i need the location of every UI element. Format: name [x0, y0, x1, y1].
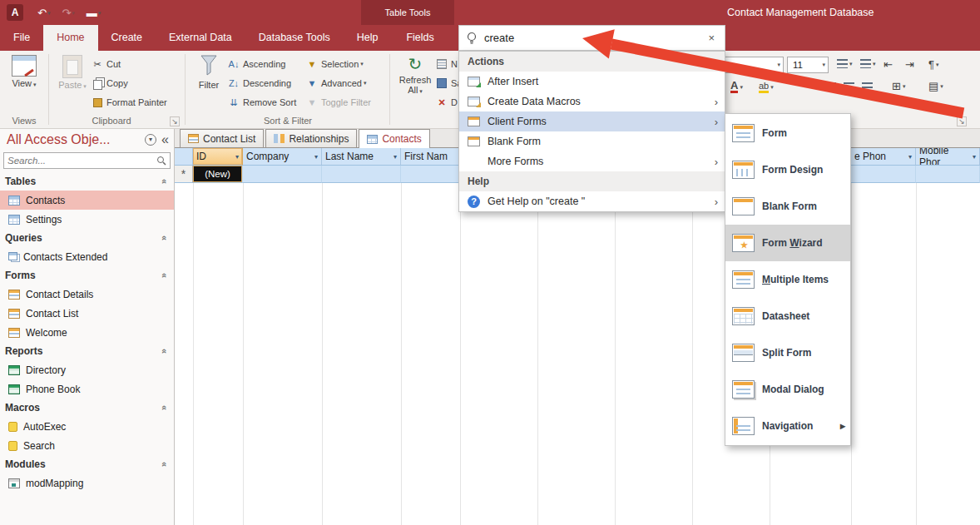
nav-group-forms[interactable]: Forms«	[0, 266, 174, 285]
gridlines-button[interactable]: ⊞▾	[892, 80, 905, 92]
menu-item-create-data-macros[interactable]: Create Data Macros ›	[459, 92, 725, 111]
submenu-item-form[interactable]: Form	[725, 115, 850, 151]
submenu-item-blank-form[interactable]: Blank Form	[725, 188, 850, 225]
nav-item-directory[interactable]: Directory	[0, 360, 174, 379]
font-size-combo[interactable]: 11 ▾	[787, 57, 829, 73]
font-name-combo[interactable]: ▾	[719, 57, 784, 73]
cell-mobile-phone[interactable]	[916, 166, 980, 183]
toggle-filter-button[interactable]: ▼ Toggle Filter	[306, 94, 371, 111]
cell-id-new[interactable]: (New)	[193, 166, 243, 183]
column-dropdown-icon[interactable]: ▾	[908, 153, 912, 161]
descending-button[interactable]: Z↓ Descending	[228, 75, 291, 92]
submenu-item-form-design[interactable]: Form Design	[725, 151, 850, 188]
new-record-button-partial[interactable]: N	[436, 56, 459, 72]
shutter-close-icon[interactable]: «	[161, 132, 169, 147]
header-corner-cell[interactable]	[175, 148, 193, 166]
doc-tab-contacts[interactable]: Contacts	[359, 129, 429, 148]
align-center-button[interactable]	[844, 82, 854, 92]
nav-group-macros[interactable]: Macros«	[0, 399, 174, 417]
redo-icon[interactable]: ↷▾	[62, 7, 74, 19]
view-button[interactable]: View▾	[5, 53, 43, 88]
nav-category-menu-icon[interactable]: ▾	[145, 134, 156, 146]
access-app-icon[interactable]	[7, 4, 23, 21]
menu-item-after-insert[interactable]: After Insert	[459, 72, 725, 92]
tab-file[interactable]: File	[0, 25, 43, 51]
new-row-marker[interactable]: *	[175, 166, 193, 183]
nav-item-contact-list[interactable]: Contact List	[0, 304, 174, 323]
column-dropdown-icon[interactable]: ▾	[973, 153, 976, 161]
cell-first-name[interactable]	[401, 166, 460, 183]
numbering-button[interactable]: ▾	[860, 59, 876, 68]
nav-search-input[interactable]	[7, 156, 156, 166]
nav-item-settings[interactable]: Settings	[0, 210, 174, 229]
cell-home-phone[interactable]	[851, 166, 916, 183]
nav-item-search[interactable]: Search	[0, 436, 174, 455]
decrease-indent-button[interactable]: ⇤	[883, 58, 893, 71]
collapse-chevron-icon[interactable]: «	[160, 462, 170, 467]
advanced-button[interactable]: ▼ Advanced▾	[306, 75, 366, 92]
tab-external-data[interactable]: External Data	[156, 25, 245, 51]
collapse-chevron-icon[interactable]: «	[160, 235, 170, 240]
nav-item-phone-book[interactable]: Phone Book	[0, 379, 174, 399]
column-header-mobile-phone[interactable]: Mobile Phor▾	[916, 148, 980, 166]
collapse-chevron-icon[interactable]: «	[160, 349, 170, 354]
column-dropdown-icon[interactable]: ▾	[235, 153, 239, 161]
copy-button[interactable]: Copy	[92, 75, 128, 92]
customize-quick-access-icon[interactable]: ▬▾	[87, 7, 101, 19]
tab-home[interactable]: Home	[43, 25, 97, 51]
tell-me-search-box[interactable]: ×	[458, 25, 725, 51]
alternate-row-color-button[interactable]: ▤▾	[928, 80, 943, 92]
format-painter-button[interactable]: Format Painter	[92, 94, 167, 111]
submenu-item-datasheet[interactable]: Datasheet	[725, 298, 850, 334]
paragraph-settings-button[interactable]: ¶▾	[928, 58, 939, 71]
text-highlight-button[interactable]: ab▾	[759, 81, 774, 93]
text-formatting-dialog-launcher[interactable]: ↘	[957, 116, 967, 126]
tab-create[interactable]: Create	[98, 25, 156, 51]
filter-button[interactable]: Filter	[191, 53, 226, 90]
column-header-company[interactable]: Company▾	[243, 148, 322, 166]
column-header-first-name[interactable]: First Nam	[401, 148, 460, 166]
doc-tab-contact-list[interactable]: Contact List	[180, 129, 264, 147]
column-header-last-name[interactable]: Last Name▾	[322, 148, 401, 166]
nav-group-queries[interactable]: Queries«	[0, 229, 174, 247]
doc-tab-relationships[interactable]: Relationships	[265, 129, 357, 147]
collapse-chevron-icon[interactable]: «	[160, 179, 170, 184]
cell-last-name[interactable]	[322, 166, 401, 183]
remove-sort-button[interactable]: ⇊ Remove Sort	[228, 94, 296, 111]
tab-help[interactable]: Help	[344, 25, 392, 51]
menu-item-client-forms[interactable]: Client Forms ›	[459, 111, 725, 131]
bullets-button[interactable]: ▾	[837, 59, 853, 68]
delete-record-button-partial[interactable]: ✕ D	[436, 94, 459, 111]
save-record-button-partial[interactable]: Sa	[436, 75, 459, 92]
nav-group-tables[interactable]: Tables«	[0, 172, 174, 191]
tab-database-tools[interactable]: Database Tools	[245, 25, 344, 51]
increase-indent-button[interactable]: ⇥	[905, 58, 914, 71]
submenu-item-split-form[interactable]: Split Form	[725, 334, 850, 371]
align-left-button[interactable]	[825, 82, 836, 92]
collapse-chevron-icon[interactable]: «	[160, 405, 170, 410]
submenu-item-form-wizard[interactable]: Form Wizard	[725, 225, 850, 261]
menu-item-get-help[interactable]: ? Get Help on "create " ›	[459, 191, 725, 211]
ascending-button[interactable]: A↓ Ascending	[228, 56, 285, 72]
column-dropdown-icon[interactable]: ▾	[314, 153, 318, 161]
nav-item-contacts-extended[interactable]: Contacts Extended	[0, 247, 174, 266]
tell-me-search-input[interactable]	[484, 32, 705, 44]
cut-button[interactable]: ✂ Cut	[92, 56, 121, 72]
tab-fields[interactable]: Fields	[393, 25, 447, 51]
nav-group-reports[interactable]: Reports«	[0, 342, 174, 360]
nav-item-contact-details[interactable]: Contact Details	[0, 285, 174, 304]
nav-item-autoexec[interactable]: AutoExec	[0, 417, 174, 436]
clear-search-icon[interactable]: ×	[705, 32, 718, 44]
submenu-item-navigation[interactable]: Navigation ▸	[725, 408, 850, 444]
collapse-chevron-icon[interactable]: «	[160, 273, 170, 278]
align-right-button[interactable]	[862, 82, 873, 92]
nav-item-modmapping[interactable]: modMapping	[0, 473, 174, 493]
nav-item-contacts[interactable]: Contacts	[0, 191, 174, 210]
menu-item-more-forms[interactable]: More Forms ›	[459, 151, 725, 171]
submenu-item-multiple-items[interactable]: Multiple Items	[725, 261, 850, 298]
submenu-item-modal-dialog[interactable]: Modal Dialog	[725, 371, 850, 408]
cell-company[interactable]	[243, 166, 322, 183]
column-header-id[interactable]: ID▾	[193, 148, 243, 166]
nav-group-modules[interactable]: Modules«	[0, 455, 174, 473]
nav-item-welcome[interactable]: Welcome	[0, 323, 174, 342]
